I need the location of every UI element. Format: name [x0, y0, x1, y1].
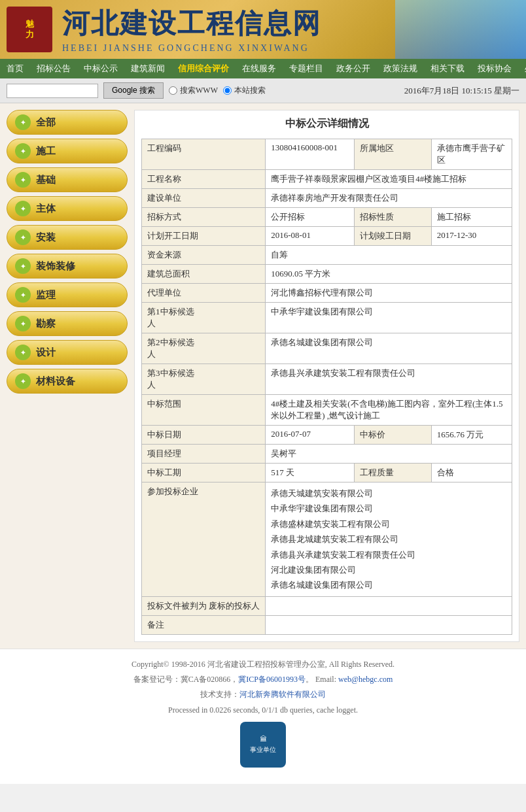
sidebar-item-survey[interactable]: ✦ 勘察 [7, 311, 128, 336]
detail-content: 中标公示详细情况 工程编码 130804160008-001 所属地区 承德市鹰… [134, 110, 519, 642]
sidebar-icon-materials: ✦ [15, 373, 31, 389]
sidebar-icon-design: ✦ [15, 345, 31, 360]
sidebar: ✦ 全部 ✦ 施工 ✦ 基础 ✦ 主体 ✦ 安装 ✦ 装饰装修 ✦ 监理 ✦ 勘 [7, 110, 128, 642]
footer-logo: 🏛 事业单位 [240, 722, 286, 768]
sidebar-icon-supervision: ✦ [15, 287, 31, 303]
footer-process: Processed in 0.0226 seconds, 0/1/1 db qu… [7, 705, 519, 715]
nav-special[interactable]: 专题栏目 [283, 59, 330, 78]
nav-bid-result[interactable]: 中标公示 [77, 59, 124, 78]
label-candidate3: 第3中标候选人 [142, 364, 266, 395]
sidebar-item-materials[interactable]: ✦ 材料设备 [7, 369, 128, 394]
building-image [395, 0, 526, 59]
page-title: 中标公示详细情况 [141, 117, 512, 131]
search-bar: Google 搜索 搜索WWW 本站搜索 2016年7月18日 10:15:15… [0, 78, 526, 103]
nav-online-service[interactable]: 在线服务 [236, 59, 283, 78]
label-remarks: 备注 [142, 615, 266, 634]
datetime-display: 2016年7月18日 10:15:15 星期一 [404, 85, 519, 97]
value-start-date: 2016-08-01 [266, 227, 355, 246]
label-invalid-bidders: 投标文件被判为 废标的投标人 [142, 596, 266, 615]
search-input[interactable] [7, 84, 98, 98]
sidebar-item-design[interactable]: ✦ 设计 [7, 340, 128, 365]
table-row: 招标方式 公开招标 招标性质 施工招标 [142, 208, 512, 227]
sidebar-icon-foundation: ✦ [15, 172, 31, 188]
value-candidate1: 中承华宇建设集团有限公司 [266, 303, 512, 333]
table-row: 中标工期 517 天 工程质量 合格 [142, 464, 512, 482]
table-row: 工程名称 鹰手营子祥泰颐景家园棚户区改造项目4#楼施工招标 [142, 170, 512, 189]
nav-government[interactable]: 政务公开 [330, 59, 377, 78]
value-bid-scope: 4#楼土建及相关安装(不含电梯)施工图内容，室外工程(主体1.5米以外工程量) … [266, 395, 512, 426]
label-bidders: 参加投标企业 [142, 482, 266, 597]
label-builder: 建设单位 [142, 189, 266, 208]
sidebar-icon-construction: ✦ [15, 143, 31, 159]
footer: Copyright© 1998-2016 河北省建设工程招投标管理办公室, Al… [0, 649, 526, 784]
header-text: 河北建设工程信息网 HEBEI JIANSHE GONGCHENG XINXIW… [62, 5, 321, 54]
nav-news[interactable]: 建筑新闻 [124, 59, 171, 78]
table-row: 中标范围 4#楼土建及相关安装(不含电梯)施工图内容，室外工程(主体1.5米以外… [142, 395, 512, 426]
search-local-radio[interactable]: 本站搜索 [223, 85, 266, 96]
sidebar-icon-survey: ✦ [15, 316, 31, 331]
table-row: 参加投标企业 承德天城建筑安装有限公司 中承华宇建设集团有限公司 承德盛林建筑安… [142, 482, 512, 597]
label-candidate2: 第2中标候选人 [142, 333, 266, 364]
value-invalid-bidders [266, 596, 512, 615]
label-project-code: 工程编码 [142, 139, 266, 170]
value-agent: 河北博鑫招标代理有限公司 [266, 284, 512, 303]
table-row: 中标日期 2016-07-07 中标价 1656.76 万元 [142, 426, 512, 445]
nav-credit[interactable]: 信用综合评价 [171, 59, 236, 78]
email-link[interactable]: web@hebgc.com [338, 675, 393, 684]
nav-penalty[interactable]: 处罚通报 [518, 59, 526, 78]
value-pm: 吴树平 [266, 445, 512, 464]
table-row: 投标文件被判为 废标的投标人 [142, 596, 512, 615]
google-search-button[interactable]: Google 搜索 [103, 82, 164, 99]
label-bid-method: 招标方式 [142, 208, 266, 227]
icp-link[interactable]: 冀ICP备06001993号 [238, 675, 306, 684]
sidebar-item-all[interactable]: ✦ 全部 [7, 110, 128, 135]
sidebar-item-installation[interactable]: ✦ 安装 [7, 225, 128, 250]
value-quality: 合格 [431, 464, 512, 482]
nav-policy[interactable]: 政策法规 [377, 59, 424, 78]
sidebar-item-supervision[interactable]: ✦ 监理 [7, 282, 128, 307]
value-bid-method: 公开招标 [266, 208, 355, 227]
table-row: 备注 [142, 615, 512, 634]
label-bid-scope: 中标范围 [142, 395, 266, 426]
value-funding: 自筹 [266, 246, 512, 265]
header: 魅力 河北建设工程信息网 HEBEI JIANSHE GONGCHENG XIN… [0, 0, 526, 59]
table-row: 第1中标候选人 中承华宇建设集团有限公司 [142, 303, 512, 333]
sidebar-item-foundation[interactable]: ✦ 基础 [7, 167, 128, 192]
value-project-code: 130804160008-001 [266, 139, 355, 170]
tech-support-link[interactable]: 河北新奔腾软件有限公司 [239, 690, 326, 699]
value-candidate3: 承德县兴承建筑安装工程有限责任公司 [266, 364, 512, 395]
sidebar-item-structure[interactable]: ✦ 主体 [7, 196, 128, 221]
label-start-date: 计划开工日期 [142, 227, 266, 246]
table-row: 建设单位 承德祥泰房地产开发有限责任公司 [142, 189, 512, 208]
search-www-radio[interactable]: 搜索WWW [169, 85, 218, 96]
value-bid-price: 1656.76 万元 [431, 426, 512, 445]
nav-bidding-announce[interactable]: 招标公告 [30, 59, 77, 78]
table-row: 代理单位 河北博鑫招标代理有限公司 [142, 284, 512, 303]
table-row: 建筑总面积 10690.05 平方米 [142, 265, 512, 284]
value-candidate2: 承德名城建设集团有限公司 [266, 333, 512, 364]
value-builder: 承德祥泰房地产开发有限责任公司 [266, 189, 512, 208]
nav-home[interactable]: 首页 [0, 59, 30, 78]
value-bidders: 承德天城建筑安装有限公司 中承华宇建设集团有限公司 承德盛林建筑安装工程有限公司… [266, 482, 512, 597]
nav-bidder-assoc[interactable]: 投标协会 [471, 59, 518, 78]
table-row: 计划开工日期 2016-08-01 计划竣工日期 2017-12-30 [142, 227, 512, 246]
label-agent: 代理单位 [142, 284, 266, 303]
label-duration: 中标工期 [142, 464, 266, 482]
footer-copyright: Copyright© 1998-2016 河北省建设工程招投标管理办公室, Al… [7, 659, 519, 670]
detail-table: 工程编码 130804160008-001 所属地区 承德市鹰手营子矿区 工程名… [141, 139, 512, 635]
label-candidate1: 第1中标候选人 [142, 303, 266, 333]
value-remarks [266, 615, 512, 634]
value-area: 10690.05 平方米 [266, 265, 512, 284]
label-bid-nature: 招标性质 [355, 208, 431, 227]
sidebar-icon-structure: ✦ [15, 201, 31, 216]
label-pm: 项目经理 [142, 445, 266, 464]
sidebar-item-construction[interactable]: ✦ 施工 [7, 139, 128, 163]
value-bid-nature: 施工招标 [431, 208, 512, 227]
sidebar-icon-all: ✦ [15, 114, 31, 130]
value-region: 承德市鹰手营子矿区 [431, 139, 512, 170]
table-row: 项目经理 吴树平 [142, 445, 512, 464]
table-row: 第2中标候选人 承德名城建设集团有限公司 [142, 333, 512, 364]
sidebar-item-decoration[interactable]: ✦ 装饰装修 [7, 254, 128, 279]
nav-download[interactable]: 相关下载 [424, 59, 471, 78]
value-bid-date: 2016-07-07 [266, 426, 355, 445]
